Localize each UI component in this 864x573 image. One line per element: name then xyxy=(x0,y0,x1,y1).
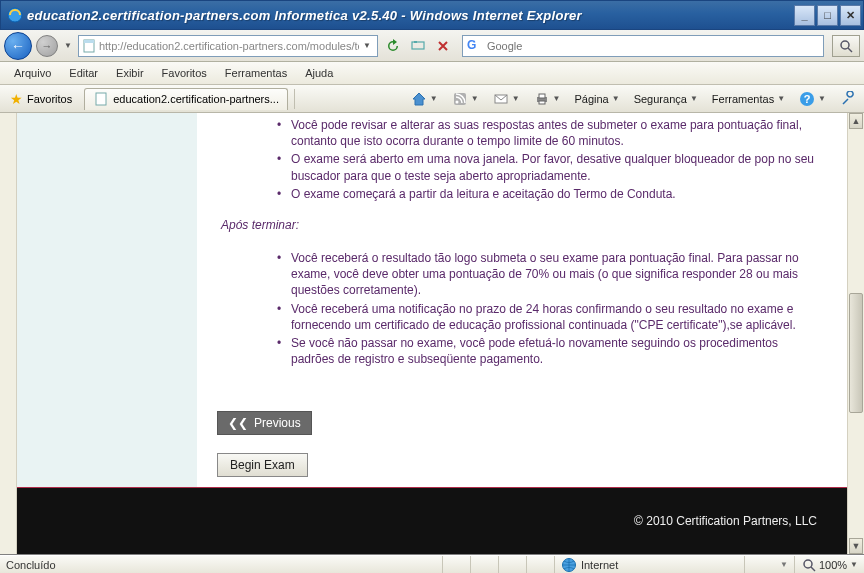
status-cell xyxy=(443,556,471,573)
protected-mode-cell[interactable]: ▼ xyxy=(745,556,795,573)
refresh-button[interactable] xyxy=(382,35,404,57)
scroll-thumb[interactable] xyxy=(849,293,863,413)
stop-button[interactable] xyxy=(432,35,454,57)
home-button[interactable]: ▼ xyxy=(407,89,442,109)
menu-favoritos[interactable]: Favoritos xyxy=(154,64,215,82)
window-title: education2.certification-partners.com In… xyxy=(27,8,794,23)
search-input[interactable] xyxy=(487,40,819,52)
feeds-button[interactable]: ▼ xyxy=(448,89,483,109)
favorites-bar: ★ Favoritos education2.certification-par… xyxy=(0,85,864,113)
menu-ajuda[interactable]: Ajuda xyxy=(297,64,341,82)
close-button[interactable]: ✕ xyxy=(840,5,861,26)
menu-bar: Arquivo Editar Exibir Favoritos Ferramen… xyxy=(0,62,864,85)
previous-label: Previous xyxy=(254,416,301,430)
window-titlebar: education2.certification-partners.com In… xyxy=(0,0,864,30)
list-item: Você receberá o resultado tão logo subme… xyxy=(277,250,817,299)
list-item: O exame será aberto em uma nova janela. … xyxy=(277,151,817,183)
browser-tab[interactable]: education2.certification-partners... xyxy=(84,88,288,110)
status-cell xyxy=(527,556,555,573)
security-menu[interactable]: Segurança▼ xyxy=(630,91,702,107)
chevron-left-icon: ❮❮ xyxy=(228,416,248,430)
tools-menu[interactable]: Ferramentas▼ xyxy=(708,91,789,107)
menu-ferramentas[interactable]: Ferramentas xyxy=(217,64,295,82)
begin-exam-button[interactable]: Begin Exam xyxy=(217,453,308,477)
navigation-bar: ← → ▼ ▼ G xyxy=(0,30,864,62)
maximize-button[interactable]: □ xyxy=(817,5,838,26)
list-item: Você receberá uma notificação no prazo d… xyxy=(277,301,817,333)
svg-point-5 xyxy=(841,41,849,49)
svg-rect-2 xyxy=(84,40,94,43)
zone-label: Internet xyxy=(581,559,618,571)
page-main-column: Você pode revisar e alterar as suas resp… xyxy=(197,113,847,487)
zoom-value: 100% xyxy=(819,559,847,571)
zoom-icon xyxy=(801,557,817,573)
list-item: Você pode revisar e alterar as suas resp… xyxy=(277,117,817,149)
svg-rect-4 xyxy=(414,41,417,43)
svg-rect-3 xyxy=(412,42,424,49)
address-bar[interactable]: ▼ xyxy=(78,35,378,57)
list-item: Se você não passar no exame, você pode e… xyxy=(277,335,817,367)
url-input[interactable] xyxy=(99,40,359,52)
help-button[interactable]: ?▼ xyxy=(795,89,830,109)
globe-icon xyxy=(561,557,577,573)
instruction-list-before: Você pode revisar e alterar as suas resp… xyxy=(277,117,817,202)
star-icon: ★ xyxy=(10,91,23,107)
section-title: Após terminar: xyxy=(221,218,817,232)
content-viewport: Você pode revisar e alterar as suas resp… xyxy=(0,113,864,555)
chevron-icon: ▼ xyxy=(780,560,788,569)
scroll-down-button[interactable]: ▼ xyxy=(849,538,863,554)
status-cell xyxy=(471,556,499,573)
address-dropdown[interactable]: ▼ xyxy=(359,41,375,50)
minimize-button[interactable]: _ xyxy=(794,5,815,26)
search-button[interactable] xyxy=(832,35,860,57)
zoom-dropdown[interactable]: ▼ xyxy=(850,560,858,569)
page-icon xyxy=(93,91,109,107)
svg-rect-11 xyxy=(539,94,545,98)
page-menu[interactable]: Página▼ xyxy=(570,91,623,107)
page-icon xyxy=(81,38,97,54)
compat-view-button[interactable] xyxy=(407,35,429,57)
separator xyxy=(294,89,295,109)
menu-exibir[interactable]: Exibir xyxy=(108,64,152,82)
svg-point-16 xyxy=(804,560,812,568)
print-button[interactable]: ▼ xyxy=(530,89,565,109)
page-left-column xyxy=(17,113,197,487)
status-cell xyxy=(499,556,527,573)
security-zone[interactable]: Internet xyxy=(555,556,745,573)
tab-title: education2.certification-partners... xyxy=(113,93,279,105)
status-text: Concluído xyxy=(0,556,443,573)
previous-button[interactable]: ❮❮ Previous xyxy=(217,411,312,435)
status-bar: Concluído Internet ▼ 100% ▼ xyxy=(0,555,864,573)
menu-arquivo[interactable]: Arquivo xyxy=(6,64,59,82)
web-page: Você pode revisar e alterar as suas resp… xyxy=(17,113,847,554)
mail-button[interactable]: ▼ xyxy=(489,89,524,109)
forward-button[interactable]: → xyxy=(36,35,58,57)
menu-editar[interactable]: Editar xyxy=(61,64,106,82)
back-button[interactable]: ← xyxy=(4,32,32,60)
svg-point-8 xyxy=(455,100,458,103)
nav-history-dropdown[interactable]: ▼ xyxy=(62,41,74,50)
list-item: O exame começará a partir da leitura e a… xyxy=(277,186,817,202)
devtools-button[interactable] xyxy=(836,89,860,109)
svg-text:?: ? xyxy=(804,93,811,105)
instruction-list-after: Você receberá o resultado tão logo subme… xyxy=(277,250,817,367)
svg-rect-12 xyxy=(539,101,545,104)
favorites-label: Favoritos xyxy=(27,93,72,105)
page-footer: © 2010 Certification Partners, LLC xyxy=(17,488,847,554)
favorites-button[interactable]: ★ Favoritos xyxy=(4,88,78,110)
google-icon: G xyxy=(467,38,483,54)
ie-icon xyxy=(7,7,23,23)
vertical-scrollbar[interactable]: ▲ ▼ xyxy=(847,113,864,554)
left-gutter xyxy=(0,113,17,554)
scroll-up-button[interactable]: ▲ xyxy=(849,113,863,129)
search-box[interactable]: G xyxy=(462,35,824,57)
svg-rect-6 xyxy=(96,93,106,105)
zoom-control[interactable]: 100% ▼ xyxy=(795,557,864,573)
